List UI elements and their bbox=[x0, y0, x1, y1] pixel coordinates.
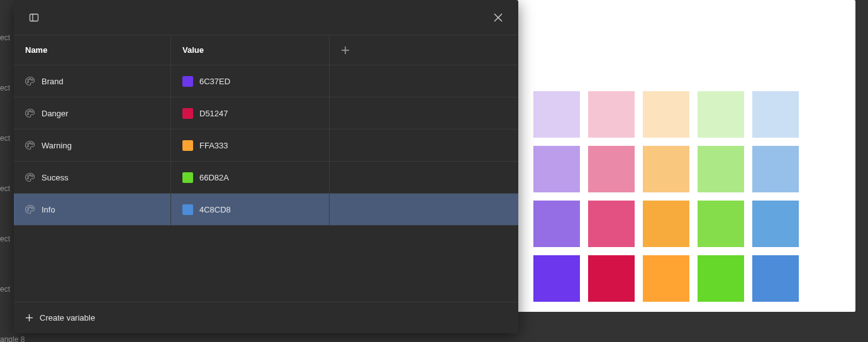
color-chip bbox=[182, 108, 193, 119]
table-body: Brand6C37EDDangerD51247WarningFFA333Suce… bbox=[14, 65, 518, 302]
svg-point-22 bbox=[28, 207, 29, 209]
palette-icon bbox=[25, 76, 35, 86]
plus-icon bbox=[25, 314, 33, 322]
table-header: Name Value bbox=[14, 35, 518, 65]
color-swatch[interactable] bbox=[533, 201, 580, 247]
palette-icon bbox=[25, 108, 35, 118]
color-swatch[interactable] bbox=[588, 201, 635, 247]
variable-extra-cell bbox=[330, 130, 518, 161]
color-swatch[interactable] bbox=[698, 91, 744, 138]
color-swatch[interactable] bbox=[533, 146, 580, 192]
variable-value-cell[interactable]: FFA333 bbox=[171, 130, 330, 161]
color-swatch[interactable] bbox=[698, 201, 744, 247]
palette-icon bbox=[25, 204, 35, 214]
variable-value-cell[interactable]: D51247 bbox=[171, 97, 330, 129]
variable-name-label: Danger bbox=[42, 109, 69, 118]
variable-value-label: 6C37ED bbox=[199, 77, 230, 86]
svg-point-14 bbox=[28, 143, 29, 145]
color-swatch[interactable] bbox=[643, 255, 689, 302]
variable-row[interactable]: WarningFFA333 bbox=[14, 130, 518, 162]
color-swatch[interactable] bbox=[752, 91, 799, 138]
svg-point-11 bbox=[30, 111, 31, 112]
variable-name-cell[interactable]: Sucess bbox=[14, 162, 171, 193]
create-variable-label: Create variable bbox=[40, 313, 95, 323]
variable-value-label: D51247 bbox=[199, 109, 228, 118]
color-chip bbox=[182, 140, 193, 151]
variable-row[interactable]: Info4C8CD8 bbox=[14, 194, 518, 226]
svg-point-7 bbox=[30, 79, 31, 80]
color-swatch[interactable] bbox=[752, 255, 799, 302]
color-swatch[interactable] bbox=[698, 146, 744, 192]
color-swatch[interactable] bbox=[752, 146, 799, 192]
color-swatch[interactable] bbox=[752, 201, 799, 247]
variable-value-cell[interactable]: 4C8CD8 bbox=[171, 194, 330, 225]
color-swatch[interactable] bbox=[643, 91, 689, 138]
color-swatch[interactable] bbox=[588, 146, 635, 192]
variable-value-label: 4C8CD8 bbox=[199, 205, 231, 214]
variable-name-cell[interactable]: Brand bbox=[14, 65, 171, 97]
svg-point-18 bbox=[28, 175, 29, 177]
variable-name-label: Warning bbox=[42, 141, 72, 150]
svg-point-25 bbox=[28, 210, 29, 211]
color-swatch[interactable] bbox=[643, 146, 689, 192]
svg-point-13 bbox=[28, 114, 29, 115]
svg-point-9 bbox=[28, 82, 29, 83]
svg-point-12 bbox=[31, 111, 33, 113]
color-chip bbox=[182, 204, 193, 215]
color-swatch[interactable] bbox=[588, 91, 635, 138]
dialog-header bbox=[14, 0, 518, 35]
close-icon[interactable] bbox=[489, 9, 507, 26]
swatch-grid bbox=[533, 91, 799, 302]
variable-row[interactable]: Sucess66D82A bbox=[14, 162, 518, 194]
color-chip bbox=[182, 76, 193, 87]
variable-extra-cell bbox=[330, 162, 518, 193]
variable-extra-cell bbox=[330, 194, 518, 225]
color-swatch[interactable] bbox=[533, 91, 580, 138]
variable-name-cell[interactable]: Danger bbox=[14, 97, 171, 129]
variable-name-label: Sucess bbox=[42, 173, 69, 182]
variable-value-label: FFA333 bbox=[199, 141, 228, 150]
variable-value-cell[interactable]: 66D82A bbox=[171, 162, 330, 193]
svg-point-8 bbox=[31, 79, 33, 80]
svg-point-15 bbox=[30, 143, 31, 144]
column-header-name[interactable]: Name bbox=[14, 35, 171, 65]
variables-dialog: Name Value Brand6C37EDDangerD51247Warnin… bbox=[14, 0, 518, 333]
variable-name-cell[interactable]: Warning bbox=[14, 130, 171, 161]
color-swatch[interactable] bbox=[643, 201, 689, 247]
add-column-button[interactable] bbox=[330, 35, 518, 65]
palette-icon bbox=[25, 140, 35, 150]
variable-extra-cell bbox=[330, 65, 518, 97]
svg-point-10 bbox=[28, 111, 29, 113]
column-header-value[interactable]: Value bbox=[171, 35, 330, 65]
variable-name-label: Info bbox=[42, 205, 55, 214]
create-variable-button[interactable]: Create variable bbox=[14, 302, 518, 333]
sidebar-toggle-icon[interactable] bbox=[25, 9, 43, 26]
svg-point-6 bbox=[28, 79, 29, 80]
variable-value-cell[interactable]: 6C37ED bbox=[171, 65, 330, 97]
svg-point-17 bbox=[28, 146, 29, 147]
svg-rect-0 bbox=[30, 14, 38, 21]
svg-point-21 bbox=[28, 178, 29, 179]
color-swatch[interactable] bbox=[698, 255, 744, 302]
variable-row[interactable]: DangerD51247 bbox=[14, 97, 518, 130]
variable-name-cell[interactable]: Info bbox=[14, 194, 171, 225]
color-swatch[interactable] bbox=[533, 255, 580, 302]
svg-point-19 bbox=[30, 175, 31, 176]
svg-point-23 bbox=[30, 207, 31, 208]
color-swatch[interactable] bbox=[588, 255, 635, 302]
color-chip bbox=[182, 172, 193, 183]
palette-icon bbox=[25, 172, 35, 182]
svg-point-20 bbox=[31, 175, 33, 177]
variable-value-label: 66D82A bbox=[199, 173, 229, 182]
svg-point-24 bbox=[31, 207, 33, 209]
svg-point-16 bbox=[31, 143, 33, 145]
variable-name-label: Brand bbox=[42, 77, 64, 86]
variable-extra-cell bbox=[330, 97, 518, 129]
variable-row[interactable]: Brand6C37ED bbox=[14, 65, 518, 97]
